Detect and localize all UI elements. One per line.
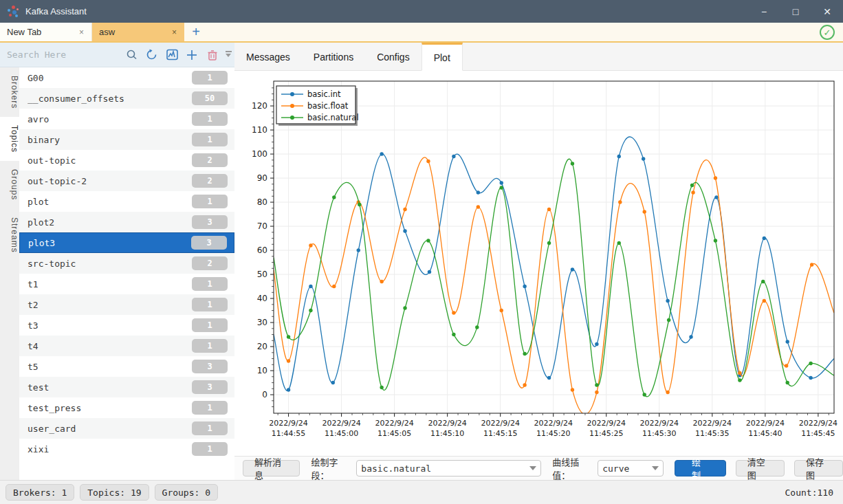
interpolation-select-value: curve — [602, 463, 629, 474]
topic-row[interactable]: test_press1 — [19, 397, 234, 418]
topic-name: t4 — [28, 341, 192, 351]
topic-name: test — [28, 382, 192, 393]
partition-count-badge: 1 — [192, 401, 228, 415]
svg-text:basic.int: basic.int — [307, 89, 341, 99]
topic-row[interactable]: t21 — [19, 294, 234, 315]
tab-plot[interactable]: Plot — [422, 43, 463, 71]
topic-row[interactable]: src-topic2 — [19, 253, 234, 274]
tab-messages[interactable]: Messages — [234, 43, 302, 71]
tab-partitions[interactable]: Partitions — [302, 43, 365, 71]
topics-count-badge: Topics: 19 — [80, 484, 149, 501]
topic-row[interactable]: t11 — [19, 274, 234, 294]
connection-ok-icon: ✓ — [820, 25, 835, 40]
topic-row[interactable]: t31 — [19, 315, 234, 336]
chevron-down-icon — [652, 466, 659, 470]
tab-close-icon[interactable]: × — [170, 28, 179, 37]
svg-text:2022/9/24: 2022/9/24 — [481, 419, 519, 428]
topic-row[interactable]: plot23 — [19, 212, 234, 232]
sidebar-item-topics[interactable]: Topics — [0, 117, 19, 161]
topic-row[interactable]: out-topic2 — [19, 150, 234, 171]
svg-text:2022/9/24: 2022/9/24 — [587, 419, 626, 428]
close-button[interactable]: ✕ — [811, 0, 843, 23]
search-input[interactable] — [0, 43, 123, 67]
svg-text:60: 60 — [257, 245, 267, 255]
sidebar-item-brokers[interactable]: Brokers — [0, 67, 19, 117]
title-bar: Kafka Assistant − □ ✕ — [0, 0, 843, 23]
interpolation-select[interactable]: curve — [598, 460, 664, 476]
topic-name: binary — [28, 135, 192, 145]
topic-name: test_press — [28, 403, 192, 413]
svg-text:11:45:35: 11:45:35 — [695, 429, 729, 438]
svg-text:100: 100 — [252, 149, 267, 159]
partition-count-badge: 2 — [192, 256, 228, 270]
partition-count-badge: 1 — [192, 442, 228, 456]
topic-row[interactable]: t53 — [19, 356, 234, 377]
topic-row[interactable]: avro1 — [19, 109, 234, 129]
topic-name: __consumer_offsets — [28, 94, 192, 104]
window-title: Kafka Assistant — [25, 6, 87, 17]
minimize-button[interactable]: − — [748, 0, 780, 23]
search-icon[interactable] — [123, 46, 140, 64]
topic-row[interactable]: plot33 — [19, 232, 234, 253]
topic-name: t5 — [28, 362, 192, 372]
maximize-button[interactable]: □ — [780, 0, 811, 23]
topic-row[interactable]: user_card1 — [19, 418, 234, 439]
draw-button[interactable]: 绘制 — [675, 460, 726, 476]
scroll-more-icon[interactable] — [223, 51, 233, 65]
svg-text:50: 50 — [257, 270, 267, 279]
svg-text:70: 70 — [257, 221, 267, 231]
add-icon[interactable] — [184, 46, 201, 64]
partition-count-badge: 1 — [192, 318, 228, 332]
legend: basic.intbasic.floatbasic.natural — [276, 86, 359, 126]
trash-icon[interactable] — [204, 46, 221, 64]
chevron-down-icon — [529, 466, 536, 470]
topic-row[interactable]: plot1 — [19, 191, 234, 212]
topic-row[interactable]: test3 — [19, 377, 234, 397]
topic-row[interactable]: G001 — [19, 67, 234, 88]
svg-text:30: 30 — [257, 318, 267, 327]
topic-list: G001__consumer_offsets50avro1binary1out-… — [19, 67, 234, 480]
topic-name: plot — [28, 197, 192, 207]
partition-count-badge: 3 — [192, 215, 228, 229]
brokers-count-badge: Brokers: 1 — [6, 484, 74, 501]
svg-text:2022/9/24: 2022/9/24 — [640, 419, 679, 428]
tab-configs[interactable]: Configs — [365, 43, 421, 71]
topic-name: avro — [28, 114, 192, 124]
sidebar-nav: Brokers Topics Groups Streams — [0, 67, 19, 480]
topic-row[interactable]: xixi1 — [19, 439, 234, 459]
plot-image-icon[interactable] — [164, 46, 181, 64]
svg-text:2022/9/24: 2022/9/24 — [534, 419, 573, 428]
sidebar-item-groups[interactable]: Groups — [0, 161, 19, 208]
new-tab-button[interactable]: + — [184, 23, 208, 41]
svg-text:2022/9/24: 2022/9/24 — [269, 419, 307, 428]
clear-plot-button[interactable]: 清空图 — [736, 460, 785, 476]
topic-name: G00 — [28, 73, 192, 83]
svg-text:basic.float: basic.float — [307, 101, 349, 111]
field-select-value: basic.natural — [361, 463, 431, 474]
svg-text:11:45:00: 11:45:00 — [325, 429, 358, 438]
parse-message-button[interactable]: 解析消息 — [243, 460, 300, 476]
sidebar-item-streams[interactable]: Streams — [0, 209, 19, 261]
svg-text:11:45:25: 11:45:25 — [589, 429, 623, 438]
topic-name: t1 — [28, 279, 192, 289]
svg-text:11:45:15: 11:45:15 — [483, 429, 517, 438]
topic-row[interactable]: t41 — [19, 336, 234, 356]
refresh-icon[interactable] — [143, 46, 160, 64]
topic-row[interactable]: binary1 — [19, 129, 234, 150]
partition-count-badge: 3 — [192, 360, 228, 373]
topic-row[interactable]: __consumer_offsets50 — [19, 88, 234, 109]
partition-count-badge: 3 — [191, 236, 227, 250]
svg-text:11:44:55: 11:44:55 — [272, 429, 305, 438]
kafka-assistant-window: Kafka Assistant − □ ✕ New Tab × asw × + … — [0, 0, 843, 504]
save-plot-button[interactable]: 保存图 — [794, 460, 843, 476]
groups-count-badge: Groups: 0 — [155, 484, 218, 501]
tab-asw[interactable]: asw × — [92, 23, 184, 41]
field-select[interactable]: basic.natural — [356, 460, 541, 476]
status-bar: Brokers: 1 Topics: 19 Groups: 0 Count:11… — [0, 480, 843, 504]
svg-text:110: 110 — [252, 125, 267, 135]
tab-close-icon[interactable]: × — [77, 28, 86, 37]
field-label: 绘制字段： — [311, 455, 353, 481]
tab-new-tab[interactable]: New Tab × — [0, 23, 92, 41]
svg-text:11:45:20: 11:45:20 — [536, 429, 570, 438]
topic-row[interactable]: out-topic-22 — [19, 171, 234, 191]
